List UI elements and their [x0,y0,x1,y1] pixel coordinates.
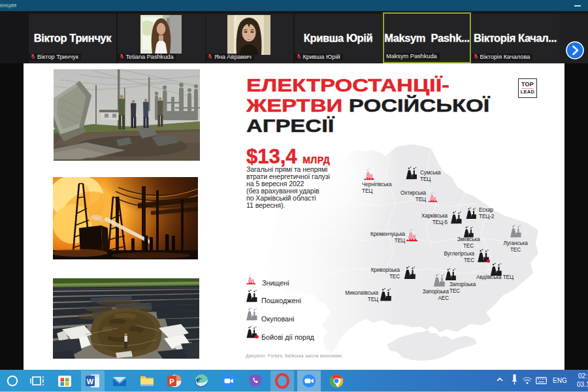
svg-text:W: W [87,378,94,385]
svg-text:P: P [169,378,174,385]
